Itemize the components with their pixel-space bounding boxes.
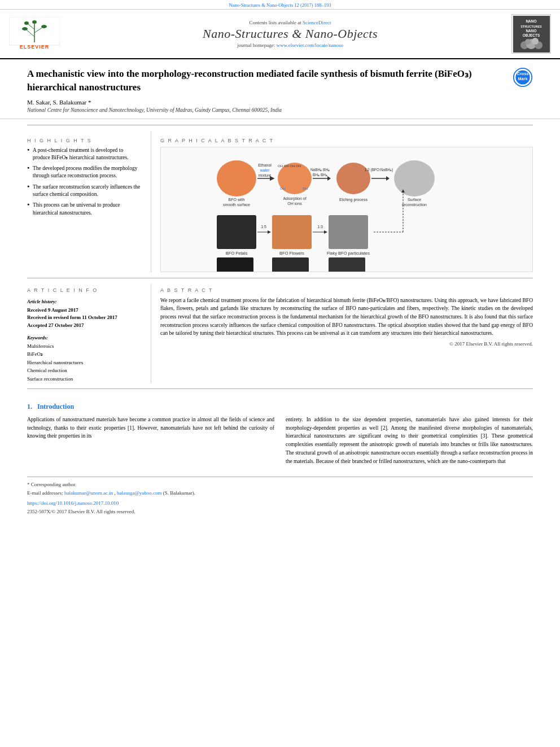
svg-text:OH: OH xyxy=(280,187,285,190)
svg-marker-52 xyxy=(268,230,271,234)
homepage-text: journal homepage: xyxy=(237,42,275,48)
svg-text:NANO: NANO xyxy=(526,29,536,33)
highlights-graphical-section: H I G H L I G H T S A post-chemical trea… xyxy=(0,131,560,272)
svg-point-6 xyxy=(41,25,47,28)
email-suffix: (S. Balakumar). xyxy=(163,490,195,496)
divider-2 xyxy=(27,278,533,278)
keyword-3: Hierarchical nanostructures xyxy=(27,359,142,366)
issn-line: 2352-507X/© 2017 Elsevier B.V. All right… xyxy=(27,508,533,516)
svg-text:reconstruction: reconstruction xyxy=(402,203,427,207)
svg-text:1:3: 1:3 xyxy=(317,225,323,229)
svg-rect-49 xyxy=(217,215,256,249)
contents-line: Contents lists available at ScienceDirec… xyxy=(69,20,511,25)
svg-point-7 xyxy=(24,21,29,25)
svg-text:ELSEVIER: ELSEVIER xyxy=(20,44,50,50)
svg-point-8 xyxy=(32,20,37,24)
contents-text: Contents lists available at xyxy=(250,20,301,25)
journal-homepage: journal homepage: www.elsevier.com/locat… xyxy=(69,42,511,48)
journal-logo-image: NANO STRUCTURES NANO OBJECTS xyxy=(511,14,551,54)
svg-text:OBJECTS: OBJECTS xyxy=(522,33,540,37)
highlights-label: H I G H L I G H T S xyxy=(27,138,142,143)
email-addresses: E-mail addresses: balakumar@unom.ac.in ,… xyxy=(27,489,533,497)
keyword-1: Multiferroics xyxy=(27,342,142,350)
svg-text:OH ions: OH ions xyxy=(287,202,302,206)
svg-rect-59 xyxy=(329,215,368,249)
highlight-item-3: The surface reconstruction scarcely infl… xyxy=(27,184,142,199)
doi-link[interactable]: https://doi.org/10.1016/j.nanoso.2017.10… xyxy=(27,500,119,506)
crossmark-badge[interactable]: Cross Mark xyxy=(513,67,533,88)
svg-point-18 xyxy=(525,39,531,45)
journal-title-block: Contents lists available at ScienceDirec… xyxy=(69,20,511,48)
abstract-text: We report a facile chemical treatment pr… xyxy=(160,296,533,338)
svg-text:mixture: mixture xyxy=(259,173,272,177)
graphical-abstract-column: G R A P H I C A L A B S T R A C T BFO wi… xyxy=(151,131,533,272)
crossmark-row: A mechanistic view into the morphology-r… xyxy=(27,67,533,94)
svg-text:Cross: Cross xyxy=(517,71,528,76)
homepage-link[interactable]: www.elsevier.com/locate/nanoso xyxy=(277,42,343,48)
intro-left-col: Applications of nanostructured materials… xyxy=(27,416,274,465)
highlight-item-1: A post-chemical treatment is developed t… xyxy=(27,147,142,162)
svg-text:Ethanol: Ethanol xyxy=(258,163,272,167)
svg-text:NaBH₄  BH₄: NaBH₄ BH₄ xyxy=(310,168,330,172)
svg-marker-44 xyxy=(386,176,390,181)
svg-rect-66 xyxy=(329,257,365,272)
svg-text:BFO Petals: BFO Petals xyxy=(226,251,248,256)
keyword-5: Surface reconstruction xyxy=(27,375,142,383)
svg-point-24 xyxy=(217,160,256,196)
divider-1 xyxy=(27,125,533,125)
svg-text:BFO Flowers: BFO Flowers xyxy=(279,251,304,256)
svg-marker-38 xyxy=(327,176,331,181)
elsevier-logo: ELSEVIER xyxy=(9,17,60,51)
keywords-list: Multiferroics BiFeO₃ Hierarchical nanost… xyxy=(27,342,142,383)
email-label: E-mail addresses: xyxy=(27,490,63,496)
doi-text: Nano-Structures & Nano-Objects 12 (2017)… xyxy=(229,2,331,8)
corresponding-author: * Corresponding author. xyxy=(27,480,533,488)
keywords-label: Keywords: xyxy=(27,335,142,340)
svg-text:1:2 (BFO:NaBH₄): 1:2 (BFO:NaBH₄) xyxy=(365,168,393,172)
authors-text: M. Sakar, S. Balakumar * xyxy=(27,99,91,106)
email-2[interactable]: balasuga@yahoo.com xyxy=(117,490,162,496)
sciencedirect-link[interactable]: ScienceDirect xyxy=(303,20,331,25)
svg-rect-64 xyxy=(217,257,253,272)
highlight-item-2: The developed process modifies the morph… xyxy=(27,165,142,180)
svg-point-5 xyxy=(22,27,28,30)
keyword-4: Chemical reduction xyxy=(27,366,142,374)
svg-marker-57 xyxy=(324,230,327,234)
article-info-column: A R T I C L E I N F O Article history: R… xyxy=(27,284,151,383)
article-title-section: A mechanistic view into the morphology-r… xyxy=(0,59,560,119)
received-date: Received 9 August 2017 xyxy=(27,307,142,314)
highlights-column: H I G H L I G H T S A post-chemical trea… xyxy=(27,131,151,272)
svg-rect-54 xyxy=(272,215,312,249)
svg-rect-65 xyxy=(272,257,309,272)
svg-text:OH: OH xyxy=(303,187,308,190)
abstract-column: A B S T R A C T We report a facile chemi… xyxy=(151,284,533,383)
received-text: Received 9 August 2017 xyxy=(27,307,78,313)
email-sep: , xyxy=(115,490,116,496)
intro-heading: 1. Introduction xyxy=(27,403,533,411)
svg-text:OH OH OH OH: OH OH OH OH xyxy=(278,164,301,168)
highlight-item-4: This process can be universal to produce… xyxy=(27,202,142,217)
doi-bar: Nano-Structures & Nano-Objects 12 (2017)… xyxy=(0,0,560,10)
svg-point-46 xyxy=(394,160,435,196)
svg-text:1:5: 1:5 xyxy=(261,225,266,229)
history-label: Article history: xyxy=(27,299,142,304)
keyword-2: BiFeO₃ xyxy=(27,350,142,358)
revised-text: Received in revised form 11 October 2017 xyxy=(27,314,117,320)
footnote-section: * Corresponding author. E-mail addresses… xyxy=(27,477,533,516)
copyright-text: © 2017 Elsevier B.V. All rights reserved… xyxy=(160,341,533,347)
article-title: A mechanistic view into the morphology-r… xyxy=(27,67,506,94)
intro-right-col: entirety. In addition to the size depend… xyxy=(286,416,533,465)
journal-name: Nano-Structures & Nano-Objects xyxy=(69,27,511,41)
email-1[interactable]: balakumar@unom.ac.in xyxy=(64,490,113,496)
svg-text:Surface: Surface xyxy=(408,198,421,202)
revised-date: Received in revised form 11 October 2017 xyxy=(27,314,142,322)
svg-text:BFO with: BFO with xyxy=(229,198,245,202)
svg-text:STRUCTURES: STRUCTURES xyxy=(520,25,542,28)
svg-text:Etching process: Etching process xyxy=(339,198,368,202)
intro-title: Introduction xyxy=(37,403,74,410)
svg-text:smooth surface: smooth surface xyxy=(223,203,250,207)
graphical-abstract-label: G R A P H I C A L A B S T R A C T xyxy=(160,138,533,143)
intro-text-columns: Applications of nanostructured materials… xyxy=(27,416,533,465)
article-info-label: A R T I C L E I N F O xyxy=(27,287,142,293)
abstract-label: A B S T R A C T xyxy=(160,287,533,293)
